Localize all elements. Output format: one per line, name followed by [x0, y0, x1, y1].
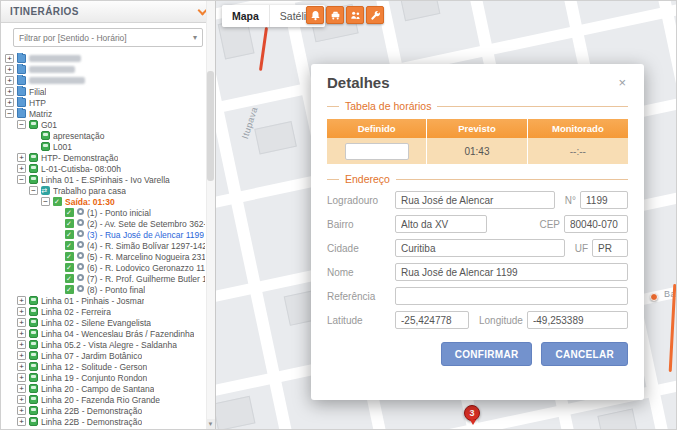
- tree-item[interactable]: −Linha 01 - E.SPinhais - Ivo Varella: [1, 174, 205, 185]
- tree-item-label: [29, 77, 85, 84]
- confirm-button[interactable]: CONFIRMAR: [441, 342, 533, 366]
- tree-item[interactable]: +HTP: [1, 97, 205, 108]
- vehicles-tool-button[interactable]: [326, 6, 344, 24]
- expand-icon[interactable]: +: [17, 406, 26, 415]
- expand-icon[interactable]: +: [17, 373, 26, 382]
- tree-item[interactable]: +Linha 04 - Wenceslau Brás / Fazendinha: [1, 328, 205, 339]
- bus-stop-marker[interactable]: [650, 293, 658, 301]
- tree-item[interactable]: (5) - R. Marcelino Nogueira 231-4: [1, 251, 205, 262]
- pin-icon: [77, 274, 84, 283]
- tree-item[interactable]: +Linha 19 - Conjunto Rondon: [1, 372, 205, 383]
- tree-item[interactable]: +Linha 02 - Silene Evangelista: [1, 317, 205, 328]
- scrollbar-thumb[interactable]: [207, 71, 214, 181]
- tree-item[interactable]: +Linha 02 - Ferreira: [1, 306, 205, 317]
- latitude-input[interactable]: [395, 311, 469, 329]
- tree-item[interactable]: +HTP- Demonstração: [1, 152, 205, 163]
- bus-icon: [29, 164, 38, 173]
- tree-item[interactable]: (7) - R. Prof. Guilherme Butler 10: [1, 273, 205, 284]
- scrollbar-down-arrow[interactable]: ▼: [206, 419, 215, 429]
- stop-3-map-marker[interactable]: 3: [464, 405, 480, 421]
- passengers-tool-button[interactable]: [346, 6, 364, 24]
- dialog-title: Detalhes: [327, 74, 616, 91]
- tree-item[interactable]: +Linha 20 - Campo de Santana: [1, 383, 205, 394]
- tree-item[interactable]: +Linha 05.2 - Vista Alegre - Saldanha: [1, 339, 205, 350]
- details-dialog: Detalhes × Tabela de horários Definido P…: [311, 64, 644, 400]
- tree-item[interactable]: +Filial: [1, 86, 205, 97]
- tree-item[interactable]: −Matriz: [1, 108, 205, 119]
- expand-icon[interactable]: +: [17, 395, 26, 404]
- alerts-tool-button[interactable]: [306, 6, 324, 24]
- logradouro-input[interactable]: [395, 191, 555, 209]
- expand-icon[interactable]: +: [17, 153, 26, 162]
- tree-item[interactable]: (1) - Ponto inicial: [1, 207, 205, 218]
- tree-item[interactable]: −Saída: 01:30: [1, 196, 205, 207]
- folder-icon: [17, 65, 26, 74]
- cancel-button[interactable]: CANCELAR: [541, 342, 628, 366]
- expand-icon[interactable]: +: [5, 54, 14, 63]
- tree-item[interactable]: +Linha 22B - Demonstração: [1, 416, 205, 427]
- map-view-button[interactable]: Mapa: [222, 5, 269, 27]
- tree-item[interactable]: +L-01-Cutisba- 08:00h: [1, 163, 205, 174]
- expand-icon[interactable]: +: [5, 87, 14, 96]
- tree-item[interactable]: (2) - Av. Sete de Setembro 362-65: [1, 218, 205, 229]
- expand-icon[interactable]: +: [17, 351, 26, 360]
- pin-icon: [77, 285, 84, 294]
- uf-input[interactable]: [592, 239, 628, 257]
- collapse-icon[interactable]: −: [41, 197, 50, 206]
- bairro-input[interactable]: [395, 215, 487, 233]
- tree-item[interactable]: (3) - Rua José de Alencar 1199: [1, 229, 205, 240]
- tree-item[interactable]: −Trabalho para casa: [1, 185, 205, 196]
- tree-item[interactable]: L001: [1, 141, 205, 152]
- tree-item[interactable]: +: [1, 53, 205, 64]
- filter-select[interactable]: Filtrar por [Sentido - Horário] ▾: [13, 28, 203, 47]
- collapse-icon[interactable]: −: [17, 120, 26, 129]
- select-arrow-icon: ▾: [193, 33, 197, 42]
- tree-item[interactable]: (6) - R. Lodovico Geronazzo 1166: [1, 262, 205, 273]
- maintenance-tool-button[interactable]: [366, 6, 384, 24]
- numero-input[interactable]: [580, 191, 628, 209]
- expand-icon[interactable]: +: [5, 76, 14, 85]
- definido-time-input[interactable]: [345, 143, 409, 160]
- tree-item[interactable]: (4) - R. Simão Bolívar 1297-1429: [1, 240, 205, 251]
- sidebar-scrollbar[interactable]: ▼: [206, 1, 215, 429]
- tree-item[interactable]: −G01: [1, 119, 205, 130]
- tree-item[interactable]: +Linha 12 - Solitude - Gerson: [1, 361, 205, 372]
- map-canvas[interactable]: Itupava Barnabé 3 Mapa Satélite: [216, 1, 676, 429]
- collapse-icon[interactable]: −: [17, 175, 26, 184]
- longitude-input[interactable]: [527, 311, 628, 329]
- nome-input[interactable]: [395, 263, 628, 281]
- logradouro-label: Logradouro: [327, 195, 395, 206]
- expand-icon[interactable]: +: [5, 98, 14, 107]
- expand-icon[interactable]: +: [17, 362, 26, 371]
- cidade-input[interactable]: [395, 239, 565, 257]
- tree-item[interactable]: +Linha 07 - Jardim Botânico: [1, 350, 205, 361]
- tree-item[interactable]: +: [1, 75, 205, 86]
- expand-icon[interactable]: +: [17, 384, 26, 393]
- folder-icon: [17, 109, 26, 118]
- referencia-input[interactable]: [395, 287, 628, 305]
- tree-item[interactable]: +Linha 22B - Demonstração: [1, 405, 205, 416]
- expand-icon[interactable]: +: [17, 307, 26, 316]
- close-icon[interactable]: ×: [616, 74, 628, 91]
- pin-icon: [77, 263, 84, 272]
- tree-item[interactable]: +Linha 20 - Fazenda Rio Grande: [1, 394, 205, 405]
- tree-item[interactable]: +Linha 01 - Pinhais - Josmar: [1, 295, 205, 306]
- sidebar-header[interactable]: ITINERÁRIOS: [1, 1, 215, 23]
- expand-icon[interactable]: +: [5, 65, 14, 74]
- cep-input[interactable]: [564, 215, 628, 233]
- tree-item[interactable]: apresentação: [1, 130, 205, 141]
- tree-item-label: Linha 02 - Ferreira: [41, 307, 111, 317]
- expand-icon[interactable]: +: [17, 417, 26, 426]
- tree-item[interactable]: +: [1, 64, 205, 75]
- tree-item[interactable]: (8) - Ponto final: [1, 284, 205, 295]
- longitude-label: Longitude: [479, 315, 523, 326]
- schedule-table-row: 01:43 --:--: [327, 138, 628, 164]
- expand-icon[interactable]: +: [17, 340, 26, 349]
- expand-icon[interactable]: +: [17, 318, 26, 327]
- expand-icon[interactable]: +: [17, 329, 26, 338]
- expand-icon[interactable]: +: [17, 164, 26, 173]
- bell-icon: [310, 10, 321, 21]
- collapse-icon[interactable]: −: [5, 109, 14, 118]
- expand-icon[interactable]: +: [17, 296, 26, 305]
- collapse-icon[interactable]: −: [29, 186, 38, 195]
